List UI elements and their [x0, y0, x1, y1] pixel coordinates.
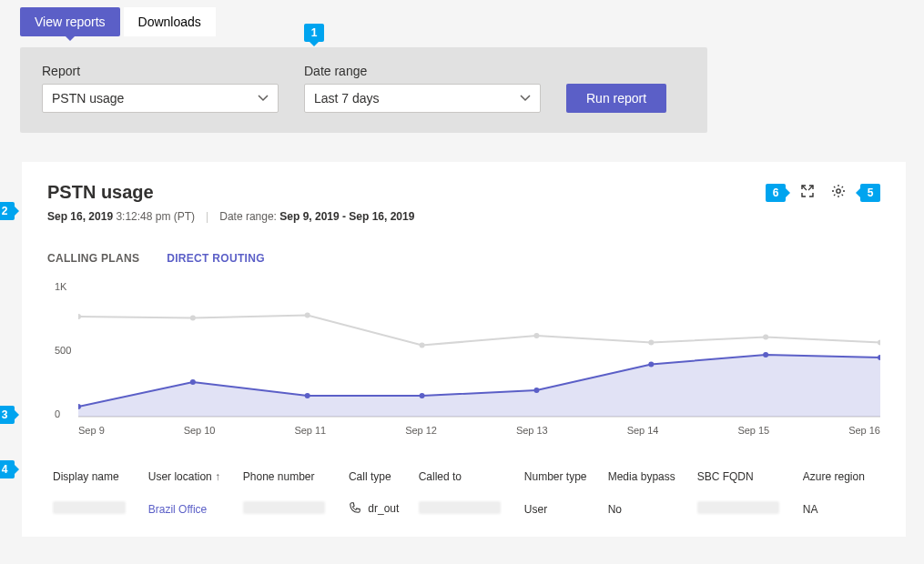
chart-svg — [78, 283, 880, 419]
cell-phone-number — [238, 490, 343, 528]
gear-icon — [831, 184, 846, 198]
svg-point-16 — [763, 352, 768, 358]
expand-icon — [800, 184, 815, 198]
fullscreen-button[interactable] — [798, 182, 817, 203]
x-tick: Sep 12 — [405, 425, 437, 436]
y-tick: 500 — [55, 345, 71, 356]
x-tick: Sep 16 — [848, 425, 880, 436]
svg-point-11 — [190, 379, 196, 385]
date-range-select[interactable]: Last 7 days — [304, 84, 541, 113]
date-range-value: Sep 9, 2019 - Sep 16, 2019 — [279, 210, 414, 223]
x-tick: Sep 13 — [516, 425, 548, 436]
svg-point-13 — [420, 393, 425, 398]
svg-point-14 — [533, 388, 539, 393]
svg-point-12 — [305, 393, 310, 398]
date-range-label: Date range — [304, 64, 541, 78]
subtabs: CALLING PLANS DIRECT ROUTING — [47, 252, 880, 265]
redacted-text — [53, 501, 126, 514]
cell-display-name — [47, 490, 143, 528]
svg-point-5 — [420, 343, 425, 348]
svg-point-9 — [878, 340, 880, 346]
cell-media-bypass: No — [603, 490, 692, 528]
x-tick: Sep 15 — [737, 425, 769, 436]
cell-call-type: dr_out — [343, 490, 413, 528]
phone-icon — [349, 501, 361, 517]
col-sbc-fqdn[interactable]: SBC FQDN — [692, 463, 797, 490]
report-card: PSTN usage Sep 16, 2019 3:12:48 pm (PT) … — [22, 162, 906, 537]
col-phone-number[interactable]: Phone number — [238, 463, 343, 490]
callout-2: 2 — [0, 202, 15, 220]
cell-azure-region: NA — [797, 490, 880, 528]
report-label: Report — [42, 64, 279, 78]
chart: 1K 500 0 Sep 9Sep 10Sep 11Sep 12Sep 13Se… — [56, 283, 880, 438]
x-tick: Sep 10 — [184, 425, 216, 436]
report-meta: Sep 16, 2019 3:12:48 pm (PT) | Date rang… — [47, 210, 880, 223]
card-icon-bar: 6 5 — [766, 182, 880, 203]
x-tick: Sep 11 — [294, 425, 326, 436]
report-field: Report PSTN usage — [42, 64, 279, 113]
col-call-type[interactable]: Call type — [343, 463, 413, 490]
redacted-text — [243, 501, 325, 514]
svg-point-4 — [305, 313, 310, 318]
meta-separator: | — [206, 210, 208, 223]
col-number-type[interactable]: Number type — [519, 463, 603, 490]
redacted-text — [419, 501, 501, 514]
x-ticks: Sep 9Sep 10Sep 11Sep 12Sep 13Sep 14Sep 1… — [78, 419, 880, 436]
generated-time: 3:12:48 pm (PT) — [116, 210, 195, 223]
cell-number-type: User — [519, 490, 603, 528]
subtab-calling-plans[interactable]: CALLING PLANS — [47, 252, 139, 265]
callout-4: 4 — [0, 460, 15, 478]
svg-point-3 — [190, 316, 196, 321]
tabs-header: View reports Downloads — [20, 7, 906, 36]
cell-sbc-fqdn — [692, 490, 797, 528]
svg-point-8 — [763, 335, 768, 340]
col-user-location[interactable]: User location — [143, 463, 238, 490]
results-table: Display name User location Phone number … — [47, 463, 880, 528]
tab-view-reports[interactable]: View reports — [20, 7, 120, 36]
chevron-down-icon — [258, 93, 269, 104]
y-tick: 0 — [55, 408, 60, 419]
col-display-name[interactable]: Display name — [47, 463, 143, 490]
user-location-link[interactable]: Brazil Office — [148, 503, 207, 516]
tab-downloads[interactable]: Downloads — [124, 7, 216, 36]
generated-date: Sep 16, 2019 — [47, 210, 113, 223]
chevron-down-icon — [520, 93, 531, 104]
col-called-to[interactable]: Called to — [413, 463, 519, 490]
svg-point-15 — [648, 362, 654, 368]
svg-point-6 — [533, 333, 539, 338]
callout-3: 3 — [0, 406, 15, 424]
filters-panel: 1 Report PSTN usage Date range Last 7 da… — [20, 47, 707, 133]
report-title: PSTN usage — [47, 182, 880, 203]
x-tick: Sep 9 — [78, 425, 105, 436]
date-range-field: Date range Last 7 days — [304, 64, 541, 113]
col-media-bypass[interactable]: Media bypass — [603, 463, 692, 490]
y-tick: 1K — [55, 281, 66, 292]
date-range-prefix: Date range: — [219, 210, 277, 223]
redacted-text — [697, 501, 779, 514]
subtab-direct-routing[interactable]: DIRECT ROUTING — [167, 252, 265, 265]
svg-point-2 — [78, 314, 81, 319]
table-row[interactable]: Brazil Office dr_out User No NA — [47, 490, 880, 528]
run-report-button[interactable]: Run report — [566, 84, 666, 113]
svg-point-7 — [648, 340, 654, 346]
report-select[interactable]: PSTN usage — [42, 84, 279, 113]
report-select-value: PSTN usage — [52, 91, 124, 106]
date-range-select-value: Last 7 days — [314, 91, 380, 106]
settings-button[interactable] — [829, 182, 848, 203]
col-azure-region[interactable]: Azure region — [797, 463, 880, 490]
cell-called-to — [413, 490, 519, 528]
cell-user-location: Brazil Office — [143, 490, 238, 528]
svg-point-0 — [837, 189, 840, 193]
x-tick: Sep 14 — [627, 425, 659, 436]
callout-5: 5 — [860, 184, 880, 202]
callout-6: 6 — [766, 184, 786, 202]
